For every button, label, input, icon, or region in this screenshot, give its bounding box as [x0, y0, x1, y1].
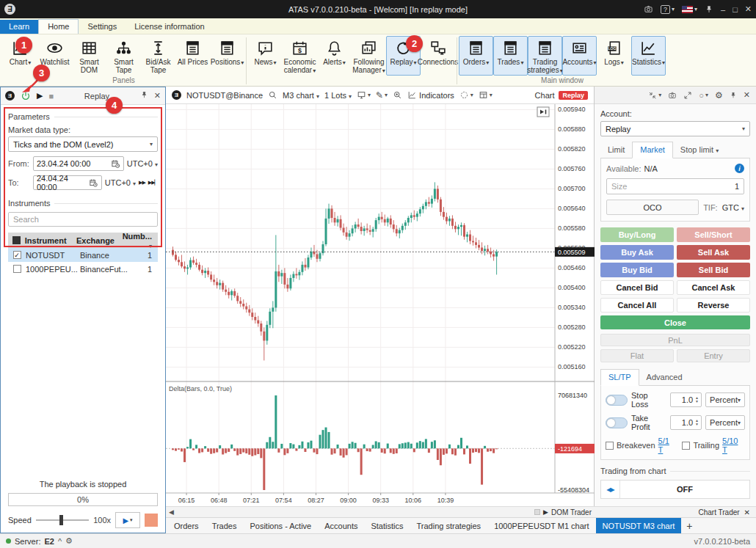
- buy-ask-button[interactable]: Buy Ask: [600, 245, 674, 260]
- tab-notusdt-m3-chart[interactable]: NOTUSDT M3 chart: [596, 518, 682, 533]
- instruments-table-header[interactable]: Instrument Exchange Numb... ▾: [8, 233, 158, 248]
- oco-button[interactable]: OCO: [606, 200, 699, 215]
- ribbon-button-smart-tape[interactable]: Smart Tape: [106, 36, 141, 76]
- to-date-input[interactable]: 24.04.24 00:00: [33, 175, 102, 190]
- info-icon[interactable]: i: [735, 164, 744, 173]
- close-icon[interactable]: ✕: [744, 90, 750, 100]
- table-row[interactable]: 1000PEPEU... BinanceFut... 1: [8, 262, 158, 276]
- tab-accounts[interactable]: Accounts: [318, 518, 364, 533]
- breakeven-checkbox[interactable]: [606, 442, 614, 450]
- trailing-checkbox[interactable]: [682, 442, 690, 450]
- fast-forward-icon[interactable]: ▶▶: [139, 180, 145, 186]
- cancel-ask-button[interactable]: Cancel Ask: [677, 280, 750, 295]
- flat-button[interactable]: Flat: [600, 349, 674, 362]
- tab-learn[interactable]: Learn: [0, 20, 38, 34]
- collapse-icon[interactable]: ▾: [648, 91, 661, 100]
- close-button[interactable]: ✕: [745, 4, 752, 14]
- ribbon-button-trading-strategies[interactable]: Trading strategies: [528, 36, 562, 76]
- speed-slider[interactable]: [36, 519, 89, 521]
- close-position-button[interactable]: Close: [600, 315, 750, 329]
- ribbon-button-bidask-tape[interactable]: Bid/Ask Tape: [141, 36, 175, 76]
- tab-home[interactable]: Home: [38, 19, 79, 34]
- buy-bid-button[interactable]: Buy Bid: [600, 263, 674, 277]
- calendar-clock-icon[interactable]: [89, 178, 98, 188]
- breakeven-settings-link[interactable]: 5/1 T: [658, 436, 677, 454]
- power-start-replay-icon[interactable]: [21, 91, 31, 101]
- chart-canvas[interactable]: 0.0059400.0058800.0058200.0057600.005700…: [166, 104, 594, 506]
- tab-trades[interactable]: Trades: [206, 518, 244, 533]
- buy-long-button[interactable]: Buy/Long: [600, 227, 674, 242]
- search-icon[interactable]: [268, 90, 277, 100]
- pin-icon[interactable]: [140, 91, 148, 101]
- scroll-right-icon[interactable]: ▶: [543, 508, 548, 516]
- ribbon-button-logs[interactable]: Logs: [597, 36, 631, 76]
- ribbon-button-news[interactable]: News: [248, 36, 283, 76]
- add-tab-button[interactable]: +: [681, 518, 697, 533]
- language-flag-button[interactable]: ▾: [682, 6, 697, 13]
- gear-icon[interactable]: ⚙: [65, 536, 73, 546]
- speed-slider-handle[interactable]: [59, 515, 63, 525]
- ribbon-button-alerts[interactable]: Alerts: [317, 36, 352, 76]
- close-icon[interactable]: ✕: [154, 91, 161, 101]
- stop-playback-button[interactable]: [145, 514, 158, 527]
- stop-loss-value-input[interactable]: 1.0▲▼: [670, 392, 702, 407]
- lots-select[interactable]: 1 Lots ▾: [324, 91, 352, 100]
- row-checkbox-unchecked[interactable]: [13, 265, 21, 273]
- dom-trader-tab[interactable]: DOM Trader: [551, 508, 592, 516]
- scroll-left-icon[interactable]: ◀: [169, 508, 174, 516]
- maximize-button[interactable]: □: [733, 5, 738, 14]
- close-icon[interactable]: ✕: [744, 508, 750, 516]
- tab-limit[interactable]: Limit: [600, 142, 632, 158]
- ribbon-button-economic-calendar[interactable]: Economic calendar: [283, 36, 317, 76]
- tab-positions-active[interactable]: Positions - Active: [243, 518, 318, 533]
- trailing-settings-link[interactable]: 5/10 T: [722, 436, 745, 454]
- tab-stop-limit[interactable]: Stop limit ▾: [673, 142, 726, 158]
- tab-trading-strategies[interactable]: Trading strategies: [410, 518, 487, 533]
- gear-icon[interactable]: ⚙: [715, 90, 723, 101]
- tif-select[interactable]: GTC ▾: [722, 203, 744, 212]
- tab-1000pepeusdt-m1-chart[interactable]: 1000PEPEUSDT M1 chart: [487, 518, 595, 533]
- screenshot-icon[interactable]: [644, 4, 653, 14]
- pin-icon[interactable]: [730, 92, 737, 99]
- account-select[interactable]: Replay ▾: [600, 121, 750, 136]
- stop-loss-unit-select[interactable]: Percent▾: [705, 392, 745, 407]
- zoom-in-icon[interactable]: [393, 90, 402, 100]
- stop-icon[interactable]: ■: [48, 92, 54, 101]
- select-all-checkbox[interactable]: [12, 236, 21, 244]
- cancel-all-button[interactable]: Cancel All: [600, 298, 674, 313]
- size-input[interactable]: Size 1: [606, 178, 744, 194]
- screenshot-icon[interactable]: [668, 91, 677, 100]
- sell-bid-button[interactable]: Sell Bid: [677, 263, 750, 277]
- tab-license-information[interactable]: License information: [126, 20, 213, 34]
- entry-button[interactable]: Entry: [677, 349, 750, 362]
- help-button[interactable]: ?▾: [661, 5, 675, 14]
- tab-sltp[interactable]: SL/TP: [600, 369, 639, 386]
- ribbon-button-connections[interactable]: Connections: [421, 36, 455, 76]
- tab-orders[interactable]: Orders: [167, 518, 206, 533]
- chevron-up-icon[interactable]: ^: [58, 537, 62, 546]
- chart-horizontal-scrollbar[interactable]: ◀ ▶ DOM Trader: [166, 506, 595, 517]
- ribbon-button-orders[interactable]: Orders: [459, 36, 493, 76]
- table-row[interactable]: ✓ NOTUSDT Binance 1: [8, 248, 158, 262]
- ribbon-button-all-prices[interactable]: All Prices: [175, 36, 210, 76]
- ribbon-button-statistics[interactable]: Statistics: [631, 36, 666, 76]
- take-profit-unit-select[interactable]: Percent▾: [705, 415, 745, 430]
- minimize-button[interactable]: –: [721, 5, 725, 14]
- opacity-select[interactable]: ○▾: [699, 91, 708, 100]
- tab-advanced[interactable]: Advanced: [639, 370, 690, 385]
- ribbon-button-following-manager[interactable]: Following Manager: [352, 36, 386, 76]
- spinner-icon[interactable]: ▲▼: [695, 396, 699, 403]
- start-playback-button[interactable]: ▶▾: [115, 512, 140, 528]
- take-profit-toggle[interactable]: [606, 417, 628, 428]
- expand-icon[interactable]: [683, 91, 692, 100]
- drawing-tools-button[interactable]: ✎▾: [376, 90, 388, 101]
- ribbon-button-trades[interactable]: Trades: [493, 36, 528, 76]
- to-timezone-select[interactable]: UTC+0 ▾: [105, 178, 136, 187]
- instrument-search-input[interactable]: [8, 212, 158, 227]
- ribbon-button-positions[interactable]: Positions: [210, 36, 244, 76]
- ribbon-button-smart-dom[interactable]: Smart DOM: [72, 36, 106, 76]
- skip-to-end-icon[interactable]: ▶▶▏: [148, 180, 158, 186]
- cancel-bid-button[interactable]: Cancel Bid: [600, 280, 674, 295]
- from-date-input[interactable]: 23.04.24 00:00: [33, 156, 124, 171]
- indicators-button[interactable]: Indicators: [407, 90, 454, 100]
